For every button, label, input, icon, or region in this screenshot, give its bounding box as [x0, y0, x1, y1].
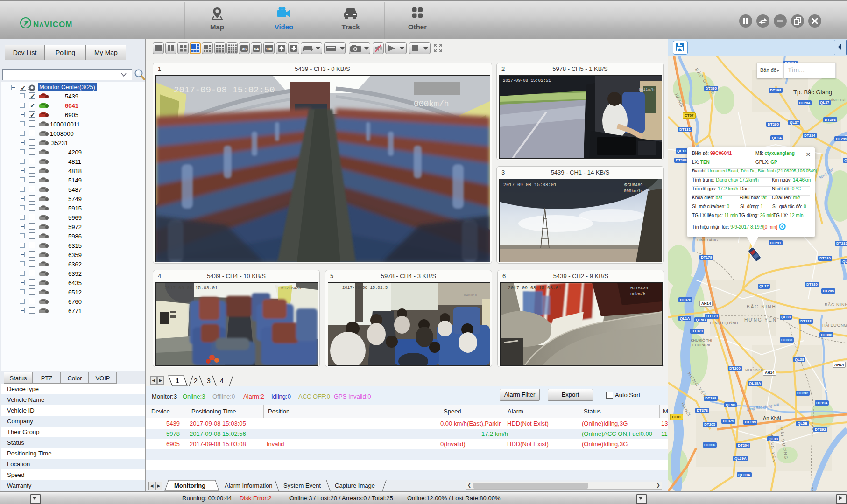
svg-text:2017-09-08 15:08:01: 2017-09-08 15:08:01 [503, 182, 557, 188]
svg-text:Monitoring: Monitoring [174, 482, 205, 489]
svg-text:03km/h: 03km/h [464, 293, 477, 297]
svg-text:2: 2 [194, 377, 198, 385]
svg-text:100: 100 [266, 47, 272, 51]
svg-text:0215439: 0215439 [630, 286, 648, 291]
svg-text:00km/h: 00km/h [630, 292, 645, 297]
svg-text:⚙CU6489: ⚙CU6489 [624, 183, 642, 188]
svg-text:0011m/h: 0011m/h [639, 87, 655, 91]
svg-text:36: 36 [242, 47, 247, 51]
svg-text:4: 4 [220, 377, 224, 385]
svg-text:2017-09-08 15:02:51: 2017-09-08 15:02:51 [503, 78, 551, 83]
svg-text:0121S439: 0121S439 [281, 286, 301, 291]
svg-text:000km/h: 000km/h [624, 189, 642, 194]
svg-text:Alarm Information: Alarm Information [225, 482, 273, 489]
svg-text:2017-09-08 15:02:50: 2017-09-08 15:02:50 [174, 85, 275, 95]
svg-text:2017-09-08 15:03:01: 2017-09-08 15:03:01 [164, 286, 218, 291]
svg-text:System Event: System Event [283, 482, 321, 489]
svg-text:64: 64 [254, 47, 259, 51]
svg-text:2017-09-08 15:03:01: 2017-09-08 15:03:01 [508, 286, 561, 291]
svg-text:000km/h: 000km/h [414, 99, 449, 109]
svg-text:2017-09-08 15:02:5: 2017-09-08 15:02:5 [342, 286, 388, 290]
svg-text:Capture Image: Capture Image [335, 482, 375, 489]
svg-text:3: 3 [207, 377, 211, 385]
svg-text:1: 1 [176, 377, 179, 385]
